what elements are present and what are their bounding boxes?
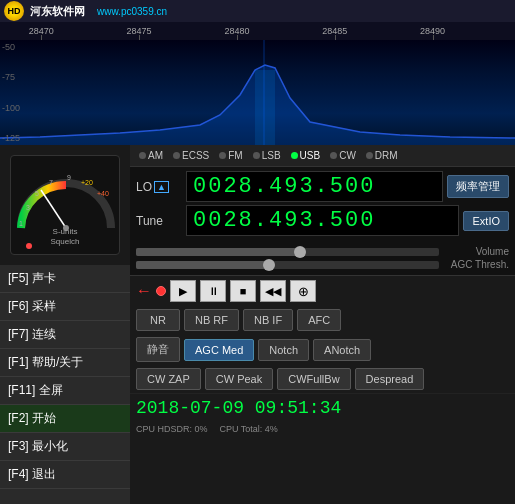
volume-slider[interactable] — [136, 248, 439, 256]
btn-sample[interactable]: [F6] 采样 — [0, 293, 130, 321]
svg-line-15 — [41, 190, 66, 228]
vu-squelch-label: S-units — [11, 227, 119, 236]
btn-fullscreen[interactable]: [F11] 全屏 — [0, 377, 130, 405]
btn-exit[interactable]: [F4] 退出 — [0, 461, 130, 489]
logo-icon: HD — [4, 1, 24, 21]
vu-arc-svg: 1 3 5 7 9 +20 +40 — [11, 158, 120, 238]
volume-fill — [136, 248, 303, 256]
agc-fill — [136, 261, 272, 269]
btn-nb-rf[interactable]: NB RF — [184, 309, 239, 331]
logo-text: 河东软件网 — [30, 4, 85, 19]
logo-area: HD 河东软件网 www.pc0359.cn — [4, 1, 167, 21]
red-arrow-icon: ← — [136, 282, 152, 300]
freq-lo-label: LO ▲ — [136, 180, 186, 194]
dsp-row3: CW ZAP CW Peak CWFullBw Despread — [130, 365, 515, 393]
mode-dot-fm — [219, 152, 226, 159]
agc-label: AGC Thresh. — [439, 259, 509, 270]
loop-button[interactable]: ⊕ — [290, 280, 316, 302]
mode-usb[interactable]: USB — [288, 149, 324, 162]
datetime-display: 2018-07-09 09:51:34 — [136, 398, 341, 418]
waterfall-display: HD 河东软件网 www.pc0359.cn 28470 28475 28480… — [0, 0, 515, 145]
btn-cw-zap[interactable]: CW ZAP — [136, 368, 201, 390]
agc-slider-row: AGC Thresh. — [136, 259, 509, 270]
left-sidebar: 1 3 5 7 9 +20 +40 S-units Squelch [F5] 声… — [0, 145, 130, 504]
mode-dot-cw — [330, 152, 337, 159]
y-label-75: -75 — [2, 72, 20, 82]
mode-dot-drm — [366, 152, 373, 159]
freq-lo-row: LO ▲ 0028.493.500 频率管理 — [136, 171, 509, 202]
y-axis-labels: -50 -75 -100 -125 — [2, 40, 20, 145]
btn-minimize[interactable]: [F3] 最小化 — [0, 433, 130, 461]
mode-lsb[interactable]: LSB — [250, 149, 284, 162]
squelch-dot — [26, 243, 32, 249]
spectrum-svg — [0, 40, 515, 145]
playback-row: ← ▶ ⏸ ■ ◀◀ ⊕ — [130, 275, 515, 306]
dsp-row2: 静音 AGC Med Notch ANotch — [130, 334, 515, 365]
y-label-50: -50 — [2, 42, 20, 52]
btn-continuous[interactable]: [F7] 连续 — [0, 321, 130, 349]
btn-nb-if[interactable]: NB IF — [243, 309, 293, 331]
freq-display: LO ▲ 0028.493.500 频率管理 Tune 0028.493.500… — [130, 167, 515, 243]
mode-drm[interactable]: DRM — [363, 149, 401, 162]
freq-ruler: 28470 28475 28480 28485 28490 — [0, 22, 515, 40]
btn-cw-fullbw[interactable]: CWFullBw — [277, 368, 350, 390]
right-main: AM ECSS FM LSB USB CW — [130, 145, 515, 504]
stop-button[interactable]: ■ — [230, 280, 256, 302]
vu-meter-area: 1 3 5 7 9 +20 +40 S-units Squelch — [0, 145, 130, 265]
volume-label: Volume — [439, 246, 509, 257]
rewind-button[interactable]: ◀◀ — [260, 280, 286, 302]
mode-dot-ecss — [173, 152, 180, 159]
datetime-row: 2018-07-09 09:51:34 — [130, 393, 515, 422]
btn-despread[interactable]: Despread — [355, 368, 425, 390]
btn-soundcard[interactable]: [F5] 声卡 — [0, 265, 130, 293]
mode-row: AM ECSS FM LSB USB CW — [130, 145, 515, 167]
btn-notch[interactable]: Notch — [258, 339, 309, 361]
btn-help[interactable]: [F1] 帮助/关于 — [0, 349, 130, 377]
cpu-hdsdr: CPU HDSDR: 0% — [136, 424, 208, 434]
mode-dot-am — [139, 152, 146, 159]
lo-icon: ▲ — [154, 181, 169, 193]
svg-text:1: 1 — [19, 220, 23, 227]
logo-url: www.pc0359.cn — [97, 6, 167, 17]
btn-start[interactable]: [F2] 开始 — [0, 405, 130, 433]
freq-tune-row: Tune 0028.493.500 ExtIO — [136, 205, 509, 236]
btn-afc[interactable]: AFC — [297, 309, 341, 331]
sliders-area: Volume AGC Thresh. — [130, 243, 515, 275]
btn-cw-peak[interactable]: CW Peak — [205, 368, 273, 390]
svg-text:+40: +40 — [97, 190, 109, 197]
freq-tune-value[interactable]: 0028.493.500 — [186, 205, 459, 236]
play-button[interactable]: ▶ — [170, 280, 196, 302]
svg-text:3: 3 — [26, 204, 30, 211]
svg-text:7: 7 — [49, 179, 53, 186]
cpu-row: CPU HDSDR: 0% CPU Total: 4% — [130, 422, 515, 436]
mode-cw[interactable]: CW — [327, 149, 359, 162]
record-indicator — [156, 286, 166, 296]
btn-agc-med[interactable]: AGC Med — [184, 339, 254, 361]
mode-dot-lsb — [253, 152, 260, 159]
volume-slider-row: Volume — [136, 246, 509, 257]
main-controls: 1 3 5 7 9 +20 +40 S-units Squelch [F5] 声… — [0, 145, 515, 504]
svg-rect-6 — [255, 70, 275, 145]
btn-extio[interactable]: ExtIO — [463, 211, 509, 231]
vu-meter: 1 3 5 7 9 +20 +40 S-units Squelch — [10, 155, 120, 255]
agc-thumb[interactable] — [263, 259, 275, 271]
volume-thumb[interactable] — [294, 246, 306, 258]
mode-am[interactable]: AM — [136, 149, 166, 162]
svg-text:5: 5 — [35, 190, 39, 197]
mode-ecss[interactable]: ECSS — [170, 149, 212, 162]
freq-lo-value[interactable]: 0028.493.500 — [186, 171, 443, 202]
mode-fm[interactable]: FM — [216, 149, 245, 162]
btn-freq-manage[interactable]: 频率管理 — [447, 175, 509, 198]
y-label-125: -125 — [2, 133, 20, 143]
pause-button[interactable]: ⏸ — [200, 280, 226, 302]
y-label-100: -100 — [2, 103, 20, 113]
svg-text:+20: +20 — [81, 179, 93, 186]
svg-text:9: 9 — [67, 174, 71, 181]
spectrum-area: -50 -75 -100 -125 — [0, 40, 515, 145]
waterfall-header: HD 河东软件网 www.pc0359.cn — [0, 0, 515, 22]
dsp-row1: NR NB RF NB IF AFC — [130, 306, 515, 334]
btn-mute[interactable]: 静音 — [136, 337, 180, 362]
btn-anotch[interactable]: ANotch — [313, 339, 371, 361]
agc-slider[interactable] — [136, 261, 439, 269]
btn-nr[interactable]: NR — [136, 309, 180, 331]
